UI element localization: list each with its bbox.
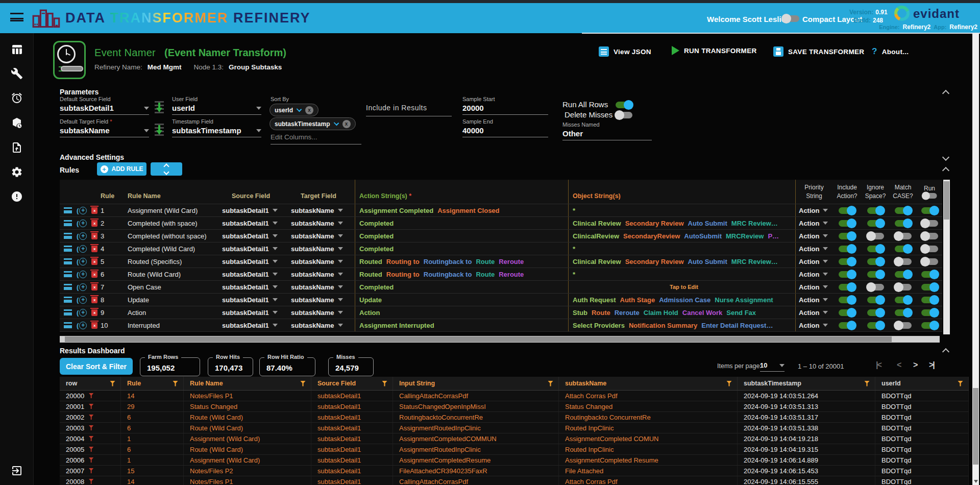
rule-name[interactable]: Action [125,306,219,319]
delete-rule-icon[interactable]: x [91,258,97,265]
row-filter-icon[interactable] [89,457,93,463]
rule-object-strings[interactable]: Clinical ReviewSecondary ReviewAuto Subm… [568,255,795,268]
sidebar-file-upload-icon[interactable] [11,141,23,154]
sidebar-settings-gear-icon[interactable] [11,166,23,178]
rule-target-dropdown[interactable]: subtaskName [291,207,343,214]
items-per-page-select[interactable]: 10 [760,361,785,372]
last-page-button[interactable]: >| [929,360,934,370]
rule-source-dropdown[interactable]: subtaskDetail1 [222,207,278,214]
delete-rule-icon[interactable]: x [91,297,97,303]
reorder-rules-button[interactable] [151,162,182,176]
about-button[interactable]: ? About... [872,46,909,57]
rule-menu-icon[interactable] [64,246,72,252]
rule-name[interactable]: Assignment (Wild Card) [125,204,219,216]
ignore-space-toggle[interactable] [867,284,884,290]
match-case-toggle[interactable] [895,322,912,329]
sidebar-build-tools-icon[interactable] [11,67,23,80]
rule-menu-icon[interactable] [64,284,72,290]
timestamp-field-dropdown[interactable]: subtaskTimestamp [172,126,261,137]
rule-action-strings[interactable]: Completed [355,243,568,255]
rule-source-dropdown[interactable]: subtaskDetail1 [222,258,278,265]
delete-rule-icon[interactable]: x [91,246,97,252]
row-filter-icon[interactable] [89,415,93,420]
ignore-space-toggle[interactable] [867,246,884,252]
rules-collapse-chevron-icon[interactable] [942,167,949,174]
ignore-space-toggle[interactable] [867,233,884,239]
row-filter-icon[interactable] [89,404,93,409]
chevron-down-icon[interactable] [333,120,338,125]
match-case-toggle[interactable] [895,297,912,303]
delete-rule-icon[interactable]: x [91,233,97,239]
delete-rule-icon[interactable]: x [91,309,97,316]
rule-name[interactable]: Update [125,294,219,306]
rule-source-dropdown[interactable]: subtaskDetail1 [222,322,278,329]
master-run-toggle[interactable] [922,193,937,199]
default-target-dropdown[interactable]: subtaskName [60,126,149,137]
match-case-toggle[interactable] [895,271,912,278]
rule-name[interactable]: Open Case [125,281,219,293]
include-action-toggle[interactable] [839,322,855,329]
rule-priority-dropdown[interactable]: Action [799,322,828,329]
run-toggle[interactable] [921,246,938,252]
ignore-space-toggle[interactable] [867,207,884,214]
results-header-subtask-name[interactable]: subtaskName [559,377,738,390]
remove-chip-icon[interactable]: x [305,106,313,114]
rule-source-dropdown[interactable]: subtaskDetail1 [222,245,278,253]
sidebar-data-tables-icon[interactable] [11,43,23,56]
rule-target-dropdown[interactable]: subtaskName [291,309,343,317]
include-in-results-input[interactable]: Include in Results [366,104,452,116]
rule-target-dropdown[interactable]: subtaskName [291,283,343,291]
misses-named-input[interactable]: Other [562,129,652,140]
rule-source-dropdown[interactable]: subtaskDetail1 [222,220,278,227]
rule-object-strings[interactable]: Auth RequestAuth StageAdmission CaseNurs… [568,294,795,306]
rule-action-strings[interactable]: Assignment CompletedAssignment Closed [355,204,568,216]
rule-menu-icon[interactable] [64,322,72,328]
ignore-space-toggle[interactable] [867,271,884,278]
match-case-toggle[interactable] [895,284,912,290]
run-toggle[interactable] [921,322,938,329]
edit-columns-input[interactable]: Edit Columns... [271,133,361,144]
run-toggle[interactable] [921,233,938,239]
ignore-space-toggle[interactable] [867,322,884,329]
match-case-toggle[interactable] [895,220,912,227]
duplicate-rule-icon[interactable]: (+ [77,283,87,291]
row-filter-icon[interactable] [89,425,93,430]
rule-name[interactable]: Interrupted [125,319,219,331]
timestamp-chip[interactable]: subtaskTimestamp x [270,117,356,130]
run-all-rows-toggle[interactable] [616,102,632,108]
first-page-button[interactable]: |< [876,360,881,370]
filter-funnel-icon[interactable] [548,381,553,386]
duplicate-rule-icon[interactable]: (+ [77,258,87,265]
rule-menu-icon[interactable] [64,220,72,226]
remove-chip-icon[interactable]: x [342,120,351,128]
rule-action-strings[interactable]: RoutedRouting toRoutingback toRouteRerou… [355,255,568,268]
duplicate-rule-icon[interactable]: (+ [77,232,87,240]
rule-action-strings[interactable]: Completed [355,281,568,293]
rule-source-dropdown[interactable]: subtaskDetail1 [222,232,278,240]
rule-source-dropdown[interactable]: subtaskDetail1 [222,283,278,291]
parameters-collapse-chevron-icon[interactable] [942,90,949,97]
rule-action-strings[interactable]: Update [355,294,568,306]
rule-menu-icon[interactable] [64,258,72,264]
add-rule-button[interactable]: + ADD RULE [97,162,146,176]
rule-priority-dropdown[interactable]: Action [799,220,828,227]
include-action-toggle[interactable] [839,258,855,265]
rule-target-dropdown[interactable]: subtaskName [291,245,343,253]
results-header-source-field[interactable]: Source Field [311,377,393,390]
include-action-toggle[interactable] [839,284,855,290]
rule-object-strings[interactable]: * [568,204,795,216]
rule-priority-dropdown[interactable]: Action [799,245,828,253]
rule-source-dropdown[interactable]: subtaskDetail1 [222,296,278,304]
match-case-toggle[interactable] [895,258,912,265]
rule-name[interactable]: Routed (Specifics) [125,255,219,268]
row-filter-icon[interactable] [89,393,93,398]
scrollbar-thumb[interactable] [65,336,892,342]
filter-funnel-icon[interactable] [382,381,387,386]
row-filter-icon[interactable] [89,479,93,484]
sidebar-alerts-icon[interactable] [11,190,23,203]
scrollbar-thumb[interactable] [973,388,978,465]
sidebar-schedules-icon[interactable] [11,92,23,104]
delete-rule-icon[interactable]: x [91,220,97,227]
rule-target-dropdown[interactable]: subtaskName [291,258,343,265]
rule-name[interactable]: Completed (with space) [125,217,219,229]
